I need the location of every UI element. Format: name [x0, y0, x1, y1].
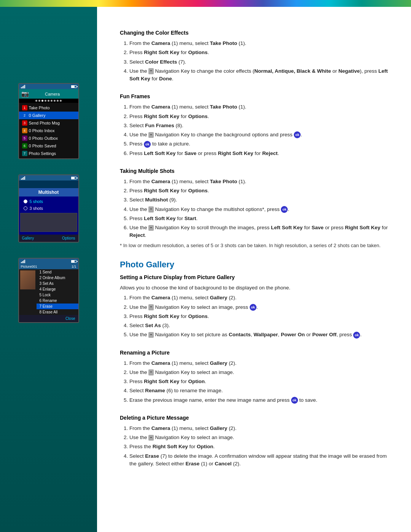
step: From the Camera (1) menu, select Gallery…	[129, 425, 392, 432]
phone2-title: Multishot	[19, 188, 78, 197]
ok-badge: ok	[294, 131, 301, 138]
ok-badge: ok	[250, 304, 256, 311]
steps-renaming: From the Camera (1) menu, select Gallery…	[129, 359, 392, 404]
step: Press Left Soft Key for Start.	[129, 215, 392, 222]
steps-multiple-shots: From the Camera (1) menu, select Take Ph…	[129, 178, 392, 240]
nav-icon: ⬌	[148, 304, 153, 310]
section-multiple-shots: Taking Multiple Shots From the Camera (1…	[120, 168, 392, 249]
nav-icon: ⬌	[148, 369, 153, 375]
picgallery-item-lock: 5 Lock	[37, 292, 78, 298]
step: From the Camera (1) menu, select Take Ph…	[129, 178, 392, 185]
multishot-preview	[20, 213, 77, 232]
phone3-bar-left: Picture001	[21, 265, 37, 268]
picgallery-item-send: 1 Send	[37, 269, 78, 275]
phone2-footer-left: Gallery	[22, 236, 34, 240]
step: From the Camera (1) menu, select Gallery…	[129, 359, 392, 367]
steps-deleting: From the Camera (1) menu, select Gallery…	[129, 425, 392, 468]
step: Press ok to take a picture.	[129, 140, 392, 148]
phone1-header: 📷 Camera	[19, 89, 78, 99]
step: From the Camera (1) menu, select Take Ph…	[129, 40, 392, 47]
step: Use the ⬌ Navigation Key to select an im…	[129, 304, 392, 311]
menu-item-photo-settings: 7 Photo Settings	[19, 150, 78, 157]
step: Select Multishot (9).	[129, 196, 392, 204]
section-color-effects: Changing the Color Effects From the Came…	[120, 30, 392, 83]
nav-icon: ⬌	[148, 132, 153, 138]
step: Press Right Soft Key for Options.	[129, 187, 392, 195]
phone3-image	[20, 270, 35, 289]
heading-setting-display: Setting a Picture Display from Picture G…	[120, 274, 392, 280]
menu-item-gallery: 2 0 Gallery	[19, 112, 78, 119]
phone3-status-bar	[19, 259, 78, 264]
picgallery-item-eraseall: 8 Erase All	[37, 309, 78, 315]
step: Use the ⬌ Navigation Key to scroll throu…	[129, 224, 392, 240]
step: Press Right Soft Key for Options.	[129, 113, 392, 120]
step: Select Fun Frames (8).	[129, 122, 392, 129]
main-content: Changing the Color Effects From the Came…	[97, 7, 411, 501]
heading-fun-frames: Fun Frames	[120, 93, 392, 99]
heading-deleting: Deleting a Picture Message	[120, 415, 392, 421]
steps-color-effects: From the Camera (1) menu, select Take Ph…	[129, 40, 392, 83]
nav-icon: ⬌	[148, 68, 153, 74]
step: Press the Right Soft Key for Option.	[129, 443, 392, 451]
picgallery-item-erase: 7 Erase	[37, 304, 78, 309]
battery-icon	[71, 85, 76, 88]
nav-icon: ⬌	[148, 206, 153, 212]
phone1-dots	[19, 99, 78, 103]
signal-bars-3	[21, 259, 25, 263]
battery-icon-3	[71, 260, 76, 263]
battery-icon-2	[71, 177, 76, 179]
ok-badge: ok	[291, 397, 298, 404]
phone-mockup-picgallery: Picture001 1/1 1 Send 2 Online Album 3 S…	[18, 258, 79, 323]
left-sidebar: 📷 Camera 1 Take Photo 2 0 Gallery	[0, 7, 97, 532]
photo-gallery-heading: Photo Gallery	[120, 260, 392, 270]
signal-bars	[21, 85, 25, 88]
phone3-bar-right: 1/1	[72, 265, 76, 268]
menu-item-send-photo: 3 Send Photo Msg	[19, 119, 78, 127]
menu-item-take-photo: 1 Take Photo	[19, 104, 78, 112]
step: Press Right Soft Key for Options.	[129, 313, 392, 320]
nav-icon: ⬌	[148, 435, 153, 441]
nav-icon: ⬌	[148, 225, 153, 231]
heading-renaming: Renaming a Picture	[120, 350, 392, 356]
section-renaming: Renaming a Picture From the Camera (1) m…	[120, 350, 392, 404]
phone-mockup-multishot: Multishot 5 shots 3 shots Gallery Option…	[18, 174, 79, 243]
heading-multiple-shots: Taking Multiple Shots	[120, 168, 392, 174]
multishot-3shots: 3 shots	[19, 205, 78, 212]
phone2-text-bar	[19, 181, 78, 188]
step: Use the ⬌ Navigation Key to change the b…	[129, 131, 392, 139]
phone2-footer-right: Options	[62, 236, 75, 240]
phone2-status-bar	[19, 175, 78, 181]
picgallery-item-setas: 3 Set As	[37, 281, 78, 286]
step: Press Left Soft Key for Save or press Ri…	[129, 150, 392, 157]
step: Use the ⬌ Navigation Key to change the m…	[129, 206, 392, 213]
step: Use the ⬌ Navigation Key to change the c…	[129, 67, 392, 83]
step: From the Camera (1) menu, select Take Ph…	[129, 103, 392, 111]
step: Use the ⬌ Navigation Key to select an im…	[129, 434, 392, 441]
setting-display-intro: Allows you to choose the kind of backgro…	[120, 284, 392, 292]
steps-fun-frames: From the Camera (1) menu, select Take Ph…	[129, 103, 392, 157]
multiple-shots-note: * In low or medium resolution, a series …	[120, 242, 392, 249]
phone1-body: 1 Take Photo 2 0 Gallery 3 Send Photo Ms…	[19, 103, 78, 158]
step: Select Rename (6) to rename the image.	[129, 387, 392, 395]
phone2-multishot-screen: 5 shots 3 shots	[19, 197, 78, 235]
sidebar-phone-mockups: 📷 Camera 1 Take Photo 2 0 Gallery	[0, 75, 97, 331]
phone-mockup-camera: 📷 Camera 1 Take Photo 2 0 Gallery	[18, 83, 79, 159]
heading-color-effects: Changing the Color Effects	[120, 30, 392, 36]
ok-badge: ok	[144, 141, 151, 148]
step: Select Color Effects (7).	[129, 58, 392, 66]
section-fun-frames: Fun Frames From the Camera (1) menu, sel…	[120, 93, 392, 157]
top-decorative-bar	[0, 0, 411, 7]
menu-item-photo-saved: 6 0 Photo Saved	[19, 142, 78, 150]
phone3-menu: 1 Send 2 Online Album 3 Set As 4 Enlarge…	[37, 269, 78, 315]
section-setting-display: Setting a Picture Display from Picture G…	[120, 274, 392, 339]
step: Use the ⬌ Navigation Key to set picture …	[129, 331, 392, 339]
menu-item-photo-outbox: 5 0 Photo Outbox	[19, 134, 78, 142]
nav-icon: ⬌	[148, 332, 153, 338]
multishot-5shots: 5 shots	[19, 198, 78, 205]
section-deleting: Deleting a Picture Message From the Came…	[120, 415, 392, 468]
phone2-footer: Gallery Options	[19, 235, 78, 242]
steps-setting-display: From the Camera (1) menu, select Gallery…	[129, 294, 392, 339]
ok-badge: ok	[353, 332, 360, 339]
phone3-bar: Picture001 1/1	[19, 264, 78, 269]
step: Press Right Soft Key for Option.	[129, 378, 392, 385]
